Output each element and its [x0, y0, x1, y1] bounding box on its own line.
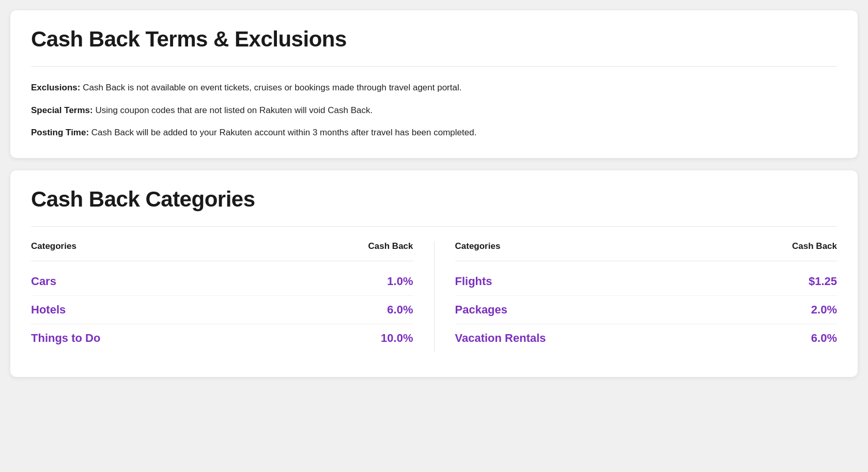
category-row-packages: Packages 2.0% [455, 296, 838, 324]
categories-body: Categories Cash Back Cars 1.0% Hotels 6.… [10, 227, 858, 377]
category-row-vacation-rentals: Vacation Rentals 6.0% [455, 324, 838, 352]
categories-table: Categories Cash Back Cars 1.0% Hotels 6.… [31, 241, 837, 352]
category-name-cars[interactable]: Cars [31, 275, 56, 288]
right-categories-header: Categories [455, 241, 501, 251]
categories-card: Cash Back Categories Categories Cash Bac… [10, 170, 858, 377]
categories-header: Cash Back Categories [10, 170, 858, 226]
special-terms-label: Special Terms: [31, 105, 93, 115]
category-name-hotels[interactable]: Hotels [31, 303, 66, 317]
left-col-headers: Categories Cash Back [31, 241, 413, 261]
category-name-things-to-do[interactable]: Things to Do [31, 332, 100, 345]
category-row-hotels: Hotels 6.0% [31, 296, 413, 324]
exclusions-text: Cash Back is not available on event tick… [80, 83, 461, 92]
category-cashback-vacation-rentals: 6.0% [811, 332, 837, 345]
left-categories-header: Categories [31, 241, 76, 251]
exclusions-label: Exclusions: [31, 83, 80, 92]
categories-title: Cash Back Categories [31, 187, 837, 212]
exclusions-item: Exclusions: Cash Back is not available o… [31, 81, 837, 95]
posting-time-label: Posting Time: [31, 128, 89, 137]
categories-left: Categories Cash Back Cars 1.0% Hotels 6.… [31, 241, 434, 352]
posting-time-text: Cash Back will be added to your Rakuten … [89, 128, 476, 137]
terms-title: Cash Back Terms & Exclusions [31, 27, 837, 52]
category-row-cars: Cars 1.0% [31, 268, 413, 296]
category-row-flights: Flights $1.25 [455, 268, 838, 296]
right-cashback-header: Cash Back [792, 241, 837, 251]
category-cashback-hotels: 6.0% [387, 303, 413, 317]
terms-card: Cash Back Terms & Exclusions Exclusions:… [10, 10, 858, 158]
left-cashback-header: Cash Back [368, 241, 413, 251]
category-cashback-flights: $1.25 [809, 275, 837, 288]
category-cashback-packages: 2.0% [811, 303, 837, 317]
category-row-things-to-do: Things to Do 10.0% [31, 324, 413, 352]
special-terms-item: Special Terms: Using coupon codes that a… [31, 104, 837, 117]
category-cashback-cars: 1.0% [387, 275, 413, 288]
category-name-vacation-rentals[interactable]: Vacation Rentals [455, 332, 546, 345]
category-name-packages[interactable]: Packages [455, 303, 508, 317]
special-terms-text: Using coupon codes that are not listed o… [93, 105, 373, 115]
category-cashback-things-to-do: 10.0% [381, 332, 413, 345]
posting-time-item: Posting Time: Cash Back will be added to… [31, 126, 837, 139]
right-col-headers: Categories Cash Back [455, 241, 838, 261]
terms-header: Cash Back Terms & Exclusions [10, 10, 858, 66]
terms-body: Exclusions: Cash Back is not available o… [10, 67, 858, 158]
category-name-flights[interactable]: Flights [455, 275, 492, 288]
categories-right: Categories Cash Back Flights $1.25 Packa… [435, 241, 838, 352]
